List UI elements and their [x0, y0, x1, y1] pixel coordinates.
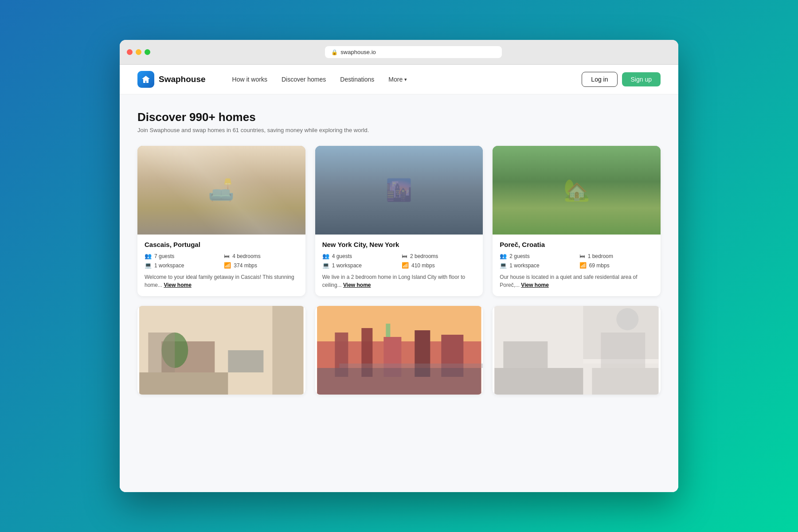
svg-rect-2 [148, 159, 219, 217]
stat-workspace-porec: 💻 1 workspace [500, 262, 574, 269]
bedrooms-icon-nyc: 🛏 [402, 253, 407, 259]
nav-link-discover-homes[interactable]: Discover homes [282, 76, 326, 83]
stat-workspace-nyc: 💻 1 workspace [322, 262, 396, 269]
stat-bedrooms-cascais: 🛏 4 bedrooms [224, 253, 298, 259]
more-chevron-icon: ▾ [404, 77, 407, 82]
home-card-room2 [137, 306, 305, 395]
home-image-cascais[interactable] [137, 146, 305, 235]
svg-rect-57 [504, 341, 548, 368]
svg-rect-10 [317, 146, 481, 235]
logo-text: Swaphouse [159, 74, 206, 84]
nav-actions: Log in Sign up [582, 72, 661, 87]
navbar: Swaphouse How it works Discover homes De… [120, 65, 678, 94]
stat-wifi-cascais: 📶 374 mbps [224, 262, 298, 269]
home-location-porec: Poreč, Croatia [500, 241, 653, 248]
main-content: Discover 990+ homes Join Swaphouse and s… [120, 94, 678, 492]
home-location-cascais: Cascais, Portugal [145, 241, 298, 248]
svg-point-29 [507, 187, 518, 211]
svg-rect-3 [228, 164, 290, 212]
home-location-nyc: New York City, New York [322, 241, 476, 248]
svg-marker-24 [530, 155, 610, 172]
stat-bedrooms-porec: 🛏 1 bedroom [579, 253, 653, 259]
nav-link-more[interactable]: More ▾ [388, 76, 407, 83]
svg-rect-14 [317, 190, 406, 235]
home-stats-nyc: 👥 4 guests 🛏 2 bedrooms 💻 1 workspace [322, 253, 476, 269]
home-description-porec: Our house is located in a quiet and safe… [500, 273, 653, 289]
lock-icon: 🔒 [331, 49, 338, 55]
view-home-porec[interactable]: View home [521, 282, 548, 288]
svg-rect-22 [495, 186, 659, 235]
svg-rect-9 [184, 190, 210, 203]
stat-workspace-cascais: 💻 1 workspace [145, 262, 219, 269]
home-info-nyc: New York City, New York 👥 4 guests 🛏 2 b… [315, 235, 483, 296]
guests-icon-porec: 👥 [500, 253, 507, 259]
home-card-cascais: Cascais, Portugal 👥 7 guests 🛏 4 bedroom… [137, 146, 305, 296]
nav-link-how-it-works[interactable]: How it works [232, 76, 267, 83]
home-description-cascais: Welcome to your ideal family getaway in … [145, 273, 298, 289]
nav-link-destinations[interactable]: Destinations [340, 76, 374, 83]
svg-rect-48 [386, 324, 390, 337]
home-image-room2[interactable] [137, 306, 305, 395]
minimize-button[interactable] [136, 49, 141, 55]
svg-rect-1 [139, 208, 303, 235]
svg-rect-13 [423, 155, 477, 190]
svg-rect-17 [326, 195, 339, 203]
logo-area[interactable]: Swaphouse [137, 71, 206, 88]
svg-rect-49 [317, 368, 481, 395]
svg-rect-21 [495, 146, 659, 186]
browser-content: Swaphouse How it works Discover homes De… [120, 65, 678, 492]
svg-rect-23 [530, 172, 610, 217]
workspace-icon-nyc: 💻 [322, 262, 329, 269]
workspace-icon-porec: 💻 [500, 262, 507, 269]
svg-rect-5 [206, 186, 228, 203]
signup-button[interactable]: Sign up [622, 72, 661, 86]
wifi-icon: 📶 [224, 262, 231, 269]
login-button[interactable]: Log in [582, 72, 617, 87]
svg-rect-11 [317, 146, 481, 199]
svg-rect-6 [250, 172, 286, 208]
svg-rect-50 [339, 364, 483, 368]
svg-rect-30 [495, 212, 530, 235]
svg-point-28 [621, 175, 634, 206]
address-bar[interactable]: 🔒 swaphouse.io [325, 46, 501, 58]
workspace-icon: 💻 [145, 262, 152, 269]
svg-rect-25 [539, 186, 601, 217]
traffic-lights [127, 49, 150, 55]
logo-icon [137, 71, 154, 88]
home-image-city2[interactable] [315, 306, 483, 395]
home-image-interior2[interactable] [493, 306, 661, 395]
home-card-nyc: New York City, New York 👥 4 guests 🛏 2 b… [315, 146, 483, 296]
page-title: Discover 990+ homes [137, 110, 661, 124]
home-image-porec[interactable] [493, 146, 661, 235]
maximize-button[interactable] [145, 49, 150, 55]
nav-links: How it works Discover homes Destinations… [232, 76, 582, 83]
bedrooms-icon: 🛏 [224, 253, 230, 259]
svg-point-19 [344, 164, 361, 181]
svg-rect-56 [592, 368, 659, 395]
wifi-icon-porec: 📶 [579, 262, 587, 269]
stat-bedrooms-nyc: 🛏 2 bedrooms [402, 253, 476, 259]
home-stats-porec: 👥 2 guests 🛏 1 bedroom 💻 1 workspace [500, 253, 653, 269]
svg-point-59 [617, 308, 639, 330]
svg-rect-26 [557, 195, 575, 217]
home-info-porec: Poreč, Croatia 👥 2 guests 🛏 1 bedroom [493, 235, 661, 296]
homes-grid: Cascais, Portugal 👥 7 guests 🛏 4 bedroom… [137, 146, 661, 395]
svg-rect-34 [272, 306, 303, 395]
home-card-city2 [315, 306, 483, 395]
svg-rect-38 [148, 332, 175, 372]
svg-rect-27 [539, 186, 561, 203]
close-button[interactable] [127, 49, 133, 55]
home-image-nyc[interactable] [315, 146, 483, 235]
svg-rect-55 [495, 368, 583, 395]
view-home-nyc[interactable]: View home [343, 282, 371, 288]
view-home-cascais[interactable]: View home [164, 282, 191, 288]
svg-rect-20 [495, 146, 659, 235]
home-description-nyc: We live in a 2 bedroom home in Long Isla… [322, 273, 476, 289]
svg-rect-35 [139, 372, 228, 395]
wifi-icon-nyc: 📶 [402, 262, 409, 269]
home-stats-cascais: 👥 7 guests 🛏 4 bedrooms 💻 1 workspace [145, 253, 298, 269]
stat-guests-porec: 👥 2 guests [500, 253, 574, 259]
browser-window: 🔒 swaphouse.io Swaphouse How it works Di… [120, 40, 678, 492]
home-card-porec: Poreč, Croatia 👥 2 guests 🛏 1 bedroom [493, 146, 661, 296]
stat-guests-cascais: 👥 7 guests [145, 253, 219, 259]
